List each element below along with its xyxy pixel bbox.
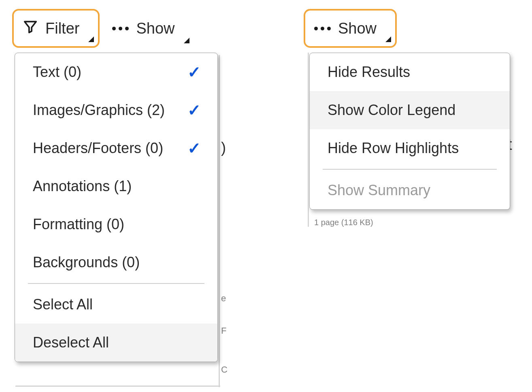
filter-item-label: Text (0)	[33, 64, 81, 81]
show-item-summary: Show Summary	[310, 171, 510, 209]
menu-item-label: Show Summary	[328, 182, 430, 199]
check-icon: ✓	[187, 63, 201, 81]
background-text-fragment: C	[221, 364, 228, 375]
show-item-color-legend[interactable]: Show Color Legend	[310, 91, 510, 129]
menu-item-label: Hide Row Highlights	[328, 140, 459, 157]
funnel-icon	[23, 19, 38, 38]
background-text-fragment: F	[221, 326, 226, 336]
filter-item-label: Images/Graphics (2)	[33, 102, 165, 119]
filter-button[interactable]: Filter	[12, 9, 100, 48]
background-panel-edge	[15, 386, 220, 387]
filter-select-all[interactable]: Select All	[15, 285, 217, 324]
show-button-left[interactable]: Show	[103, 9, 194, 48]
show-item-hide-results[interactable]: Hide Results	[310, 53, 510, 91]
filter-item-text[interactable]: Text (0) ✓	[15, 53, 217, 91]
background-text-fragment: )	[221, 139, 226, 156]
filter-item-annotations[interactable]: Annotations (1)	[15, 167, 217, 205]
menu-item-label: Show Color Legend	[328, 102, 455, 119]
filter-item-images[interactable]: Images/Graphics (2) ✓	[15, 91, 217, 129]
filter-deselect-all[interactable]: Deselect All	[15, 324, 217, 362]
menu-divider	[28, 283, 204, 284]
menu-item-label: Hide Results	[328, 64, 410, 81]
show-dropdown: Hide Results Show Color Legend Hide Row …	[309, 53, 510, 210]
check-icon: ✓	[187, 139, 201, 158]
show-button-right[interactable]: Show	[304, 9, 397, 48]
filter-item-label: Annotations (1)	[33, 178, 132, 195]
background-text-fragment: e	[221, 293, 226, 304]
filter-button-label: Filter	[45, 20, 87, 37]
menu-item-label: Deselect All	[33, 334, 109, 351]
show-button-label: Show	[136, 20, 182, 37]
show-button-label: Show	[338, 20, 384, 37]
check-icon: ✓	[187, 101, 201, 119]
filter-item-backgrounds[interactable]: Backgrounds (0)	[15, 243, 217, 281]
ellipsis-icon	[112, 27, 129, 30]
filter-item-label: Headers/Footers (0)	[33, 140, 163, 157]
dropdown-indicator-icon	[88, 36, 94, 42]
dropdown-indicator-icon	[184, 38, 189, 43]
background-panel-edge	[308, 53, 309, 227]
dropdown-indicator-icon	[385, 36, 391, 42]
filter-item-formatting[interactable]: Formatting (0)	[15, 205, 217, 243]
show-item-hide-highlights[interactable]: Hide Row Highlights	[310, 129, 510, 167]
menu-divider	[323, 169, 497, 170]
filter-item-headers[interactable]: Headers/Footers (0) ✓	[15, 129, 217, 167]
filter-item-label: Backgrounds (0)	[33, 254, 140, 271]
menu-item-label: Select All	[33, 296, 93, 313]
background-panel-edge	[219, 55, 220, 387]
filter-item-label: Formatting (0)	[33, 216, 124, 233]
background-text-fragment: 1 page (116 KB)	[314, 218, 373, 227]
filter-dropdown: Text (0) ✓ Images/Graphics (2) ✓ Headers…	[15, 53, 218, 362]
ellipsis-icon	[314, 27, 331, 30]
